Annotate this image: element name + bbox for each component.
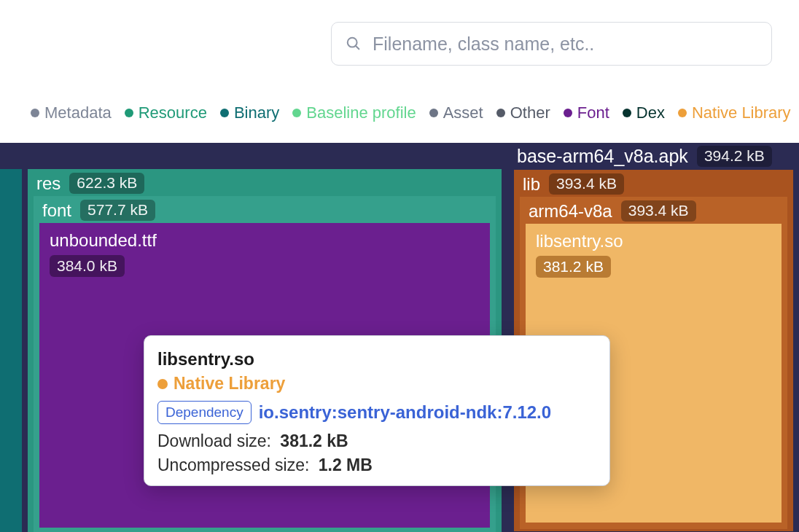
legend-label: Native Library [692, 103, 791, 122]
tooltip-dependency-row: Dependency io.sentry:sentry-android-ndk:… [157, 401, 596, 424]
size-badge: 394.2 kB [697, 146, 772, 167]
size-badge: 393.4 kB [621, 200, 696, 222]
size-badge: 622.3 kB [69, 173, 144, 194]
treemap-node-header: lib 393.4 kB [514, 170, 793, 197]
treemap-node-label: arm64-v8a [529, 201, 612, 222]
tooltip-title: libsentry.so [157, 349, 596, 369]
tooltip-category: Native Library [157, 374, 596, 394]
treemap-file-name: libsentry.so [536, 231, 771, 251]
legend-dot [220, 109, 229, 117]
treemap-node-label: res [36, 173, 61, 194]
treemap-node-header: font 577.7 kB [34, 196, 496, 223]
legend-label: Resource [139, 103, 207, 122]
treemap-node-label: font [42, 200, 71, 221]
tooltip-row-label: Download size: [157, 431, 271, 450]
legend-dot [496, 109, 505, 117]
legend-dot [31, 109, 39, 117]
legend-label: Font [577, 103, 609, 122]
tooltip-category-label: Native Library [174, 374, 285, 394]
legend-item-metadata[interactable]: Metadata [31, 103, 112, 122]
legend-item-dex[interactable]: Dex [623, 103, 665, 122]
legend-item-native-library[interactable]: Native Library [678, 103, 791, 122]
search-input[interactable] [331, 22, 772, 66]
tooltip-row-value: 1.2 MB [319, 455, 373, 474]
legend-label: Other [510, 103, 550, 122]
dependency-value: io.sentry:sentry-android-ndk:7.12.0 [259, 402, 551, 423]
treemap-node-label: lib [523, 174, 540, 195]
legend-dot [292, 109, 301, 117]
legend-dot [678, 109, 687, 117]
legend-dot [623, 109, 631, 117]
legend-item-asset[interactable]: Asset [429, 103, 483, 122]
dependency-badge: Dependency [157, 401, 252, 424]
legend-item-font[interactable]: Font [564, 103, 609, 122]
size-badge: 384.0 kB [50, 255, 125, 277]
legend-item-resource[interactable]: Resource [125, 103, 207, 122]
legend-item-baseline-profile[interactable]: Baseline profile [292, 103, 416, 122]
size-badge: 577.7 kB [80, 200, 155, 221]
legend-item-binary[interactable]: Binary [220, 103, 279, 122]
legend-label: Asset [443, 103, 483, 122]
legend-label: Dex [636, 103, 665, 122]
legend-label: Metadata [44, 103, 112, 122]
size-badge: 393.4 kB [549, 173, 624, 195]
legend-label: Baseline profile [306, 103, 416, 122]
tooltip-row-label: Uncompressed size: [157, 455, 309, 474]
tooltip-download-size: Download size: 381.2 kB [157, 431, 596, 451]
legend-item-other[interactable]: Other [496, 103, 550, 122]
svg-line-1 [356, 46, 359, 50]
treemap-node-header: arm64-v8a 393.4 kB [520, 197, 787, 224]
legend: Metadata Resource Binary Baseline profil… [31, 103, 791, 122]
legend-dot [564, 109, 572, 117]
tooltip-uncompressed-size: Uncompressed size: 1.2 MB [157, 455, 596, 475]
tooltip-popover: libsentry.so Native Library Dependency i… [144, 335, 610, 486]
search-container [331, 22, 772, 66]
legend-dot [429, 109, 438, 117]
treemap-node-apk[interactable]: base-arm64_v8a.apk 394.2 kB [508, 143, 799, 170]
legend-label: Binary [234, 103, 279, 122]
legend-dot [125, 109, 133, 117]
category-dot-icon [157, 379, 168, 389]
search-icon [346, 36, 362, 52]
tooltip-row-value: 381.2 kB [280, 431, 348, 450]
treemap-file-name: unbounded.ttf [50, 230, 480, 251]
treemap-node-header: res 622.3 kB [28, 169, 502, 196]
treemap-node-label: base-arm64_v8a.apk [517, 146, 688, 167]
size-badge: 381.2 kB [536, 256, 611, 278]
treemap-node-binary-sliver[interactable] [0, 162, 23, 532]
